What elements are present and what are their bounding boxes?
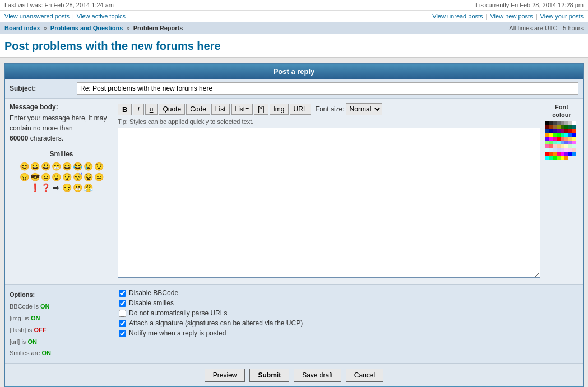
color-cell[interactable] xyxy=(557,152,561,156)
color-cell[interactable] xyxy=(564,148,568,152)
color-cell[interactable] xyxy=(553,148,557,152)
color-cell[interactable] xyxy=(545,152,549,156)
color-cell[interactable] xyxy=(572,152,576,156)
color-cell[interactable] xyxy=(549,148,553,152)
color-cell[interactable] xyxy=(553,152,557,156)
color-cell[interactable] xyxy=(557,133,561,137)
save-draft-button[interactable]: Save draft xyxy=(294,369,341,382)
smiley[interactable]: 😤 xyxy=(83,183,93,193)
submit-button[interactable]: Submit xyxy=(249,369,289,382)
color-cell[interactable] xyxy=(568,152,572,156)
color-cell[interactable] xyxy=(568,137,572,141)
underline-button[interactable]: u xyxy=(145,104,158,115)
color-cell[interactable] xyxy=(561,137,564,141)
smiley[interactable]: 😃 xyxy=(40,161,50,171)
color-cell[interactable] xyxy=(572,148,576,152)
color-cell[interactable] xyxy=(557,148,561,152)
color-cell[interactable] xyxy=(564,144,568,148)
smiley[interactable]: 😎 xyxy=(30,172,40,182)
color-cell[interactable] xyxy=(561,156,564,160)
color-cell[interactable] xyxy=(561,133,564,137)
color-cell[interactable] xyxy=(572,137,576,141)
disable-bbcode-checkbox[interactable] xyxy=(119,290,126,297)
color-cell[interactable] xyxy=(553,141,557,144)
smiley[interactable]: 😆 xyxy=(62,161,72,171)
color-cell[interactable] xyxy=(568,121,572,125)
notify-reply-checkbox[interactable] xyxy=(119,330,126,337)
color-cell[interactable] xyxy=(564,129,568,133)
color-cell[interactable] xyxy=(557,121,561,125)
color-cell[interactable] xyxy=(561,121,564,125)
quote-button[interactable]: Quote xyxy=(159,104,185,115)
color-cell[interactable] xyxy=(545,125,549,129)
color-cell[interactable] xyxy=(549,125,553,129)
view-active-link[interactable]: View active topics xyxy=(77,13,126,20)
color-cell[interactable] xyxy=(557,156,561,160)
color-cell[interactable] xyxy=(545,121,549,125)
color-cell[interactable] xyxy=(553,156,557,160)
color-cell[interactable] xyxy=(561,144,564,148)
smiley[interactable]: 😴 xyxy=(72,172,82,182)
bold-button[interactable]: B xyxy=(118,104,132,115)
view-unread-link[interactable]: View unread posts xyxy=(432,13,483,20)
color-cell[interactable] xyxy=(568,125,572,129)
smiley[interactable]: 😟 xyxy=(94,161,104,171)
color-cell[interactable] xyxy=(549,156,553,160)
color-cell[interactable] xyxy=(568,129,572,133)
code-button[interactable]: Code xyxy=(186,104,210,115)
color-cell[interactable] xyxy=(545,137,549,141)
smiley[interactable]: 😁 xyxy=(51,161,61,171)
list-eq-button[interactable]: List= xyxy=(231,104,253,115)
smiley[interactable]: 😑 xyxy=(94,172,104,182)
smiley[interactable]: 😵 xyxy=(83,172,93,182)
color-cell[interactable] xyxy=(557,125,561,129)
color-cell[interactable] xyxy=(572,141,576,144)
font-size-select[interactable]: Normal Tiny Small Large Huge xyxy=(346,103,382,115)
smiley[interactable]: ❓ xyxy=(40,183,50,193)
color-cell[interactable] xyxy=(572,121,576,125)
color-cell[interactable] xyxy=(564,137,568,141)
color-cell[interactable] xyxy=(572,133,576,137)
url-button[interactable]: URL xyxy=(290,104,311,115)
color-cell[interactable] xyxy=(545,156,549,160)
smiley[interactable]: 😯 xyxy=(62,172,72,182)
color-cell[interactable] xyxy=(557,144,561,148)
color-cell[interactable] xyxy=(545,129,549,133)
color-cell[interactable] xyxy=(572,144,576,148)
color-cell[interactable] xyxy=(564,141,568,144)
color-cell[interactable] xyxy=(561,152,564,156)
no-parse-urls-checkbox[interactable] xyxy=(119,310,126,317)
color-cell[interactable] xyxy=(561,125,564,129)
smiley[interactable]: ➡ xyxy=(51,183,61,193)
smiley[interactable]: 😢 xyxy=(83,161,93,171)
cancel-button[interactable]: Cancel xyxy=(346,369,383,382)
smiley[interactable]: 😏 xyxy=(62,183,72,193)
breadcrumb-problems[interactable]: Problems and Questions xyxy=(50,25,123,31)
color-cell[interactable] xyxy=(549,141,553,144)
color-cell[interactable] xyxy=(564,152,568,156)
color-cell[interactable] xyxy=(568,148,572,152)
color-cell[interactable] xyxy=(557,129,561,133)
color-cell[interactable] xyxy=(549,133,553,137)
color-cell[interactable] xyxy=(545,148,549,152)
smiley[interactable]: ❗ xyxy=(30,183,40,193)
color-cell[interactable] xyxy=(553,137,557,141)
color-cell[interactable] xyxy=(572,129,576,133)
color-cell[interactable] xyxy=(553,144,557,148)
smiley[interactable]: 😊 xyxy=(19,161,29,171)
color-cell[interactable] xyxy=(545,133,549,137)
color-cell[interactable] xyxy=(564,133,568,137)
view-your-posts-link[interactable]: View your posts xyxy=(540,13,584,20)
smiley[interactable]: 😐 xyxy=(40,172,50,182)
color-cell[interactable] xyxy=(568,144,572,148)
view-unanswered-link[interactable]: View unanswered posts xyxy=(4,13,70,20)
color-cell[interactable] xyxy=(549,152,553,156)
color-cell[interactable] xyxy=(564,121,568,125)
smiley[interactable]: 😀 xyxy=(30,161,40,171)
color-cell[interactable] xyxy=(553,121,557,125)
listitem-button[interactable]: [*] xyxy=(254,104,268,115)
color-cell[interactable] xyxy=(572,125,576,129)
list-button[interactable]: List xyxy=(211,104,230,115)
italic-button[interactable]: i xyxy=(133,104,143,115)
subject-input[interactable] xyxy=(77,82,578,95)
